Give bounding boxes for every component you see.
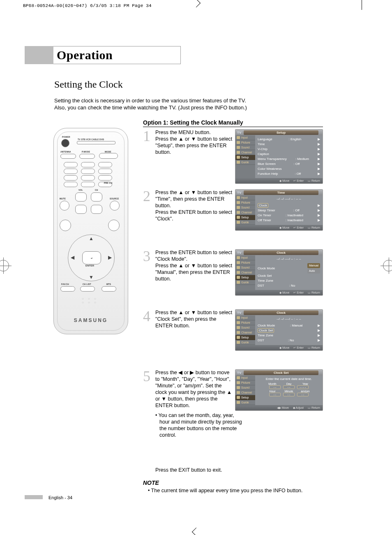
osd-side-item: Picture xyxy=(235,200,255,205)
osd-side-item: Picture xyxy=(235,320,255,325)
osd-panel: TVClock Set InputPictureSoundChannelSetu… xyxy=(235,369,323,411)
step-number: 4 xyxy=(143,308,150,325)
osd-side-item: Setup xyxy=(235,155,255,160)
step-text: Press the ▲ or ▼ button to select "Time"… xyxy=(155,189,233,222)
osd-side-item: Input xyxy=(235,195,255,200)
step: 5 Press the ◀ or ▶ button to move to "Mo… xyxy=(143,369,323,438)
section-title-band: Operation xyxy=(25,46,181,64)
osd-side-item: Channel xyxy=(235,210,255,215)
osd-side-item: Input xyxy=(235,255,255,260)
step: 4 Press the ▲ or ▼ button to select "Clo… xyxy=(143,309,323,329)
intro-text: Setting the clock is necessary in order … xyxy=(54,97,309,111)
osd-side-item: Guide xyxy=(235,340,255,345)
crop-mark-bottom xyxy=(192,528,201,535)
step-number: 5 xyxy=(143,368,150,385)
step-text: Press the ENTER button to select "Clock … xyxy=(155,249,233,282)
step: 3 Press the ENTER button to select "Cloc… xyxy=(143,249,323,282)
osd-panel: TVClock InputPictureSoundChannelSetupGui… xyxy=(235,249,323,296)
step-number: 1 xyxy=(143,127,150,145)
registration-mark-left xyxy=(0,260,9,271)
page-footer: English - 34 xyxy=(48,495,72,500)
osd-side-item: Picture xyxy=(235,140,255,145)
osd-side-item: Channel xyxy=(235,390,255,395)
osd-side-item: Guide xyxy=(235,280,255,285)
osd-side-item: Setup xyxy=(235,215,255,220)
crop-rule-top-right xyxy=(362,0,362,10)
exit-instruction: Press the EXIT button to exit. xyxy=(155,467,222,473)
osd-side-item: Sound xyxy=(235,205,255,210)
section-title: Operation xyxy=(53,46,181,64)
osd-side-item: Picture xyxy=(235,380,255,385)
remote-brand: SAMSUNG xyxy=(54,317,128,323)
print-header: BP68-00524A-00(026~047) 6/3/05 3:18 PM P… xyxy=(23,3,152,8)
remote-illustration: POWER TV STB VCR CABLE DVD ANTENNA P.MOD… xyxy=(53,128,128,334)
registration-mark-right xyxy=(383,260,392,271)
osd-side-item: Channel xyxy=(235,330,255,335)
step-bullet: • You can set the month, day, year, hour… xyxy=(155,412,246,438)
step: 1 Press the MENU button.Press the ▲ or ▼… xyxy=(143,129,323,155)
osd-side-item: Channel xyxy=(235,270,255,275)
step-text: Press the ◀ or ▶ button to move to "Mont… xyxy=(155,369,233,409)
osd-side-item: Sound xyxy=(235,325,255,330)
osd-side-item: Picture xyxy=(235,260,255,265)
note-body: • The current time will appear every tim… xyxy=(143,488,338,493)
crop-mark-top xyxy=(192,0,201,7)
option-heading: Option 1: Setting the Clock Manually xyxy=(143,119,243,126)
osd-side-item: Input xyxy=(235,375,255,380)
osd-side-item: Guide xyxy=(235,400,255,405)
osd-side-item: Setup xyxy=(235,395,255,400)
osd-side-item: Setup xyxy=(235,275,255,280)
option-rule xyxy=(143,127,323,127)
osd-side-item: Guide xyxy=(235,220,255,225)
osd-side-item: Sound xyxy=(235,385,255,390)
osd-side-item: Channel xyxy=(235,150,255,155)
osd-side-item: Sound xyxy=(235,145,255,150)
step: 2 Press the ▲ or ▼ button to select "Tim… xyxy=(143,189,323,222)
footer-bar xyxy=(25,495,43,499)
note-heading: NOTE xyxy=(143,479,159,486)
step-number: 2 xyxy=(143,188,150,205)
osd-panel: TVClock InputPictureSoundChannelSetupGui… xyxy=(235,309,323,351)
step-text: Press the ▲ or ▼ button to select "Clock… xyxy=(155,309,233,329)
osd-side-item: Input xyxy=(235,315,255,320)
osd-side-item: Guide xyxy=(235,160,255,165)
page-heading: Setting the Clock xyxy=(54,79,123,90)
osd-side-item: Sound xyxy=(235,265,255,270)
osd-side-item: Setup xyxy=(235,335,255,340)
osd-panel: TVTime InputPictureSoundChannelSetupGuid… xyxy=(235,189,323,231)
step-number: 3 xyxy=(143,248,150,265)
step-text: Press the MENU button.Press the ▲ or ▼ b… xyxy=(155,129,233,155)
osd-side-item: Input xyxy=(235,135,255,140)
osd-panel: TVSetup InputPictureSoundChannelSetupGui… xyxy=(235,129,323,184)
